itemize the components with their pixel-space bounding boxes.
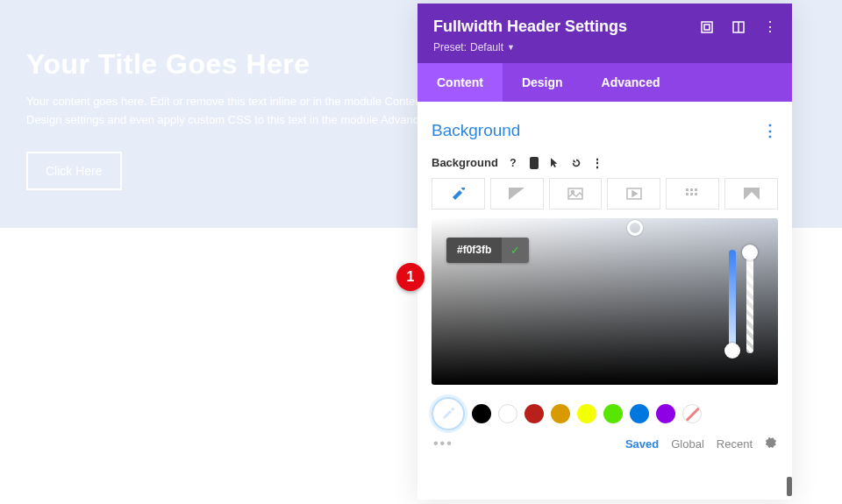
field-label: Background [432, 156, 498, 169]
hue-slider[interactable] [729, 250, 736, 353]
picker-cursor[interactable] [627, 220, 643, 236]
background-type-tabs [432, 178, 778, 209]
bg-tab-color[interactable] [432, 178, 485, 209]
bg-tab-mask[interactable] [724, 178, 778, 209]
preset-value: Default [470, 41, 503, 53]
swatch-purple[interactable] [656, 404, 675, 423]
panel-header: Fullwidth Header Settings ⋮ Preset: Defa… [417, 4, 792, 63]
reset-icon[interactable] [570, 157, 582, 169]
svg-rect-0 [702, 22, 712, 32]
svg-rect-9 [686, 188, 689, 191]
svg-rect-1 [704, 25, 710, 30]
swatch-yellow[interactable] [577, 404, 596, 423]
panel-tabs: Content Design Advanced [417, 63, 792, 102]
hero-cta-button[interactable]: Click Here [26, 152, 122, 190]
tab-advanced[interactable]: Advanced [582, 63, 680, 102]
eyedropper-button[interactable] [432, 397, 465, 430]
swatch-none[interactable] [682, 404, 702, 423]
swatch-black[interactable] [472, 404, 491, 423]
svg-rect-14 [695, 193, 697, 195]
bg-tab-video[interactable] [607, 178, 660, 209]
svg-rect-12 [686, 193, 689, 195]
section-menu-icon[interactable]: ⋮ [762, 121, 778, 140]
annotation-badge-1: 1 [396, 263, 425, 291]
more-icon[interactable]: ⋮ [764, 21, 776, 33]
bg-tab-gradient[interactable] [490, 178, 544, 209]
swatch-amber[interactable] [551, 404, 570, 423]
color-swatches [432, 397, 778, 430]
tab-content[interactable]: Content [417, 63, 503, 102]
alpha-handle[interactable] [742, 245, 758, 260]
swatch-tab-saved[interactable]: Saved [625, 437, 659, 451]
panel-title: Fullwidth Header Settings [433, 18, 627, 36]
svg-rect-13 [690, 193, 693, 195]
hex-value[interactable]: #f0f3fb [446, 238, 502, 263]
svg-point-7 [572, 191, 574, 194]
expand-icon[interactable] [701, 21, 713, 33]
settings-panel: Fullwidth Header Settings ⋮ Preset: Defa… [417, 4, 792, 500]
alpha-slider[interactable] [746, 250, 753, 353]
responsive-icon[interactable] [732, 21, 745, 33]
swatch-red[interactable] [524, 404, 544, 423]
bg-tab-image[interactable] [549, 178, 603, 209]
swatch-tab-global[interactable]: Global [671, 437, 704, 451]
swatch-tabs: Saved Global Recent [625, 437, 776, 451]
swatch-tab-recent[interactable]: Recent [717, 437, 753, 451]
chevron-down-icon: ▼ [507, 43, 515, 52]
svg-rect-10 [690, 188, 693, 191]
preset-dropdown[interactable]: Preset: Default ▼ [433, 41, 515, 53]
hue-handle[interactable] [724, 343, 740, 358]
field-more-icon[interactable]: ⋮ [591, 157, 603, 169]
section-title[interactable]: Background [432, 121, 520, 140]
scrollbar[interactable] [787, 477, 792, 496]
hex-confirm-button[interactable]: ✓ [502, 238, 529, 263]
swatch-green[interactable] [603, 404, 623, 423]
hex-input-pill: #f0f3fb ✓ [446, 238, 529, 263]
mobile-icon[interactable] [528, 157, 540, 169]
bg-tab-pattern[interactable] [666, 178, 719, 209]
svg-rect-4 [530, 157, 539, 169]
preset-label: Preset: [433, 41, 467, 53]
more-dots[interactable]: ••• [433, 436, 453, 451]
swatch-white[interactable] [498, 404, 517, 423]
gear-icon[interactable] [765, 437, 776, 451]
tab-design[interactable]: Design [503, 63, 582, 102]
color-picker-canvas[interactable]: #f0f3fb ✓ [432, 218, 778, 385]
swatch-blue[interactable] [630, 404, 649, 423]
hover-icon[interactable] [549, 157, 561, 169]
panel-body: Background ⋮ Background ? ⋮ [417, 102, 792, 458]
help-icon[interactable]: ? [507, 157, 519, 169]
svg-rect-11 [695, 188, 697, 191]
